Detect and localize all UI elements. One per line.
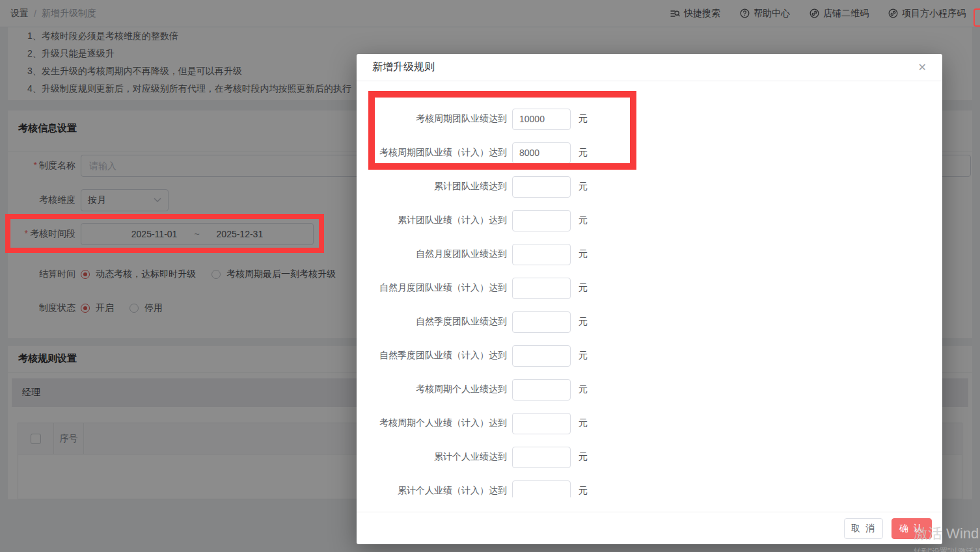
modal-footer: 取 消 确 认 [357,512,942,544]
rule-threshold-input[interactable] [512,142,571,164]
rule-threshold-row: 累计团队业绩达到 元 [357,170,942,204]
rule-threshold-label: 累计团队业绩（计入）达到 [367,215,507,226]
rule-threshold-label: 自然月度团队业绩（计入）达到 [367,282,507,294]
rule-threshold-input[interactable] [512,413,571,434]
rule-threshold-row: 考核周期个人业绩（计入）达到 元 [357,406,942,440]
rule-threshold-input[interactable] [512,278,571,299]
rule-threshold-row: 考核周期团队业绩达到 元 [357,102,942,136]
rule-threshold-label: 累计个人业绩达到 [367,451,507,463]
modal-header: 新增升级规则 ✕ [357,54,942,81]
close-icon[interactable]: ✕ [918,61,927,74]
currency-unit-label: 元 [578,316,588,328]
currency-unit-label: 元 [578,451,588,463]
rule-threshold-label: 考核周期团队业绩（计入）达到 [367,147,507,159]
currency-unit-label: 元 [578,384,588,395]
currency-unit-label: 元 [578,282,588,294]
rule-threshold-label: 自然月度团队业绩达到 [367,248,507,260]
rule-threshold-label: 累计个人业绩（计入）达到 [367,485,507,497]
currency-unit-label: 元 [578,147,588,159]
rule-threshold-input[interactable] [512,447,571,468]
currency-unit-label: 元 [578,215,588,226]
rule-threshold-row: 自然月度团队业绩达到 元 [357,237,942,271]
currency-unit-label: 元 [578,485,588,497]
currency-unit-label: 元 [578,248,588,260]
add-upgrade-rule-modal: 新增升级规则 ✕ 考核周期团队业绩达到 元 考核周期团队业绩（计入）达到 元 累… [357,54,942,544]
rule-threshold-input[interactable] [512,480,571,498]
confirm-button[interactable]: 确 认 [892,518,932,539]
rule-threshold-row: 自然月度团队业绩（计入）达到 元 [357,271,942,305]
modal-body: 考核周期团队业绩达到 元 考核周期团队业绩（计入）达到 元 累计团队业绩达到 元… [357,81,942,497]
rule-threshold-label: 自然季度团队业绩（计入）达到 [367,350,507,361]
rule-threshold-row: 累计个人业绩（计入）达到 元 [357,474,942,497]
rule-threshold-input[interactable] [512,311,571,333]
cancel-button[interactable]: 取 消 [844,518,883,539]
rule-threshold-input[interactable] [512,210,571,231]
rule-threshold-label: 累计团队业绩达到 [367,181,507,192]
rule-threshold-input[interactable] [512,176,571,198]
currency-unit-label: 元 [578,350,588,361]
rule-threshold-label: 考核周期个人业绩达到 [367,384,507,395]
rule-threshold-input[interactable] [512,379,571,401]
rule-threshold-input[interactable] [512,109,571,130]
rule-threshold-label: 自然季度团队业绩达到 [367,316,507,328]
rule-threshold-row: 累计个人业绩达到 元 [357,440,942,474]
rule-threshold-row: 考核周期团队业绩（计入）达到 元 [357,136,942,170]
rule-threshold-input[interactable] [512,345,571,367]
currency-unit-label: 元 [578,181,588,192]
modal-title: 新增升级规则 [372,60,435,74]
rule-threshold-label: 考核周期团队业绩达到 [367,113,507,125]
rule-threshold-row: 考核周期个人业绩达到 元 [357,373,942,406]
rule-threshold-row: 自然季度团队业绩达到 元 [357,305,942,339]
rule-threshold-input[interactable] [512,244,571,265]
rule-threshold-row: 自然季度团队业绩（计入）达到 元 [357,339,942,373]
currency-unit-label: 元 [578,113,588,125]
rule-threshold-row: 累计团队业绩（计入）达到 元 [357,204,942,237]
rule-threshold-label: 考核周期个人业绩（计入）达到 [367,417,507,429]
currency-unit-label: 元 [578,417,588,429]
